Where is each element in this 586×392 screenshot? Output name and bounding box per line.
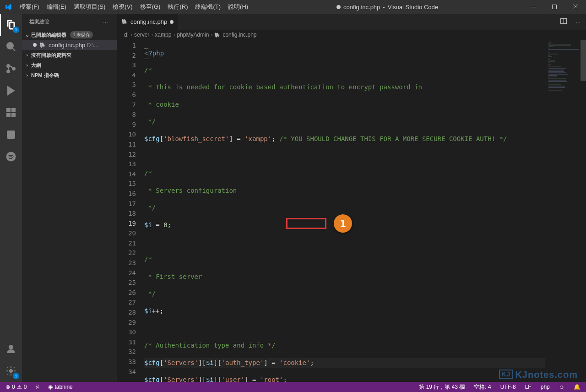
code-editor[interactable]: 1234567891011121314151617181920212223242… (117, 40, 586, 382)
scrollbar[interactable] (581, 40, 586, 382)
editor-area: 🐘 config.inc.php ··· d:› server› xampp› … (117, 14, 586, 382)
split-editor-icon[interactable] (560, 17, 567, 26)
svg-point-13 (10, 370, 12, 372)
open-editor-item[interactable]: 🐘 config.inc.php D:\... (22, 40, 117, 50)
activity-bar: 1 1 (0, 14, 22, 382)
tab-config-inc-php[interactable]: 🐘 config.inc.php (117, 14, 179, 30)
title-app: Visual Studio Code (388, 4, 438, 11)
tab-label: config.inc.php (130, 18, 167, 25)
svg-point-3 (7, 65, 10, 67)
activity-spotify[interactable] (0, 146, 22, 168)
status-tabnine[interactable]: ◉tabnine (46, 382, 74, 392)
tabnine-icon: ◉ (48, 384, 53, 390)
activity-explorer[interactable]: 1 (0, 14, 22, 36)
title-bar: 檔案(F) 編輯(E) 選取項目(S) 檢視(V) 移至(G) 執行(R) 終端… (0, 0, 586, 14)
minimap-content (548, 42, 581, 91)
outline-header[interactable]: › 大綱 (22, 60, 117, 70)
feedback-icon: ☺ (559, 384, 564, 390)
svg-rect-6 (7, 109, 10, 112)
activity-debug[interactable] (0, 80, 22, 102)
sidebar-title: 檔案總管 (29, 18, 49, 25)
sidebar-header: 檔案總管 ··· (22, 14, 117, 30)
vscode-icon (0, 0, 16, 14)
status-ports[interactable]: ⎘ (34, 382, 41, 392)
code-content[interactable]: <<?php?php /* * This is needed for cooki… (144, 40, 545, 382)
warning-icon: ⚠ (17, 384, 22, 390)
line-gutter: 1234567891011121314151617181920212223242… (117, 40, 144, 382)
menu-file[interactable]: 檔案(F) (16, 0, 43, 14)
php-file-icon: 🐘 (39, 42, 46, 48)
chevron-down-icon: ⌄ (24, 32, 30, 38)
window-title: config.inc.php - Visual Studio Code (252, 4, 523, 11)
sidebar-more-icon[interactable]: ··· (103, 19, 109, 25)
svg-rect-9 (12, 114, 15, 117)
svg-rect-0 (531, 7, 536, 7)
close-button[interactable] (565, 0, 586, 14)
menu-help[interactable]: 說明(H) (224, 0, 252, 14)
more-actions-icon[interactable]: ··· (575, 18, 581, 25)
open-editors-header[interactable]: ⌄ 已開啟的編輯器 1 未儲存 (22, 30, 117, 40)
modified-dot-icon (33, 43, 37, 47)
status-encoding[interactable]: UTF-8 (499, 382, 518, 392)
php-file-icon: 🐘 (121, 19, 128, 25)
status-indentation[interactable]: 空格: 4 (472, 382, 493, 392)
settings-badge: 1 (13, 373, 19, 379)
svg-point-12 (9, 345, 13, 349)
minimize-button[interactable] (523, 0, 544, 14)
ports-icon: ⎘ (36, 384, 39, 390)
no-folder-header[interactable]: › 沒有開啟的資料夾 (22, 50, 117, 60)
modified-dot-icon (336, 5, 341, 9)
minimap[interactable] (545, 40, 586, 382)
explorer-sidebar: 檔案總管 ··· ⌄ 已開啟的編輯器 1 未儲存 🐘 config.inc.ph… (22, 14, 117, 382)
status-problems[interactable]: ⊗0 ⚠0 (4, 382, 28, 392)
modified-dot-icon (170, 20, 174, 24)
chevron-right-icon: › (24, 72, 30, 78)
menu-selection[interactable]: 選取項目(S) (70, 0, 109, 14)
svg-point-4 (7, 70, 10, 73)
chevron-right-icon: › (24, 52, 30, 58)
title-filename: config.inc.php (343, 4, 380, 11)
breadcrumb[interactable]: d:› server› xampp› phpMyAdmin› 🐘config.i… (117, 30, 586, 40)
svg-rect-8 (7, 114, 10, 117)
activity-settings[interactable]: 1 (0, 360, 22, 382)
explorer-badge: 1 (13, 27, 19, 33)
svg-rect-10 (7, 131, 15, 138)
activity-extensions[interactable] (0, 102, 22, 124)
unsaved-badge: 1 未儲存 (70, 31, 93, 38)
menu-bar: 檔案(F) 編輯(E) 選取項目(S) 檢視(V) 移至(G) 執行(R) 終端… (16, 0, 252, 14)
scrollbar-thumb[interactable] (581, 40, 586, 81)
bell-icon: 🔔 (574, 384, 581, 390)
svg-point-2 (7, 43, 13, 49)
status-bar: ⊗0 ⚠0 ⎘ ◉tabnine 第 19 行，第 43 欄 空格: 4 UTF… (0, 382, 586, 392)
error-icon: ⊗ (5, 384, 10, 390)
svg-rect-7 (12, 109, 15, 112)
status-notifications[interactable]: 🔔 (572, 382, 582, 392)
activity-account[interactable] (0, 338, 22, 360)
status-feedback[interactable]: ☺ (557, 382, 566, 392)
tab-bar: 🐘 config.inc.php ··· (117, 14, 586, 30)
menu-edit[interactable]: 編輯(E) (43, 0, 70, 14)
menu-view[interactable]: 檢視(V) (109, 0, 136, 14)
editor-actions: ··· (554, 14, 586, 30)
maximize-button[interactable] (544, 0, 565, 14)
menu-terminal[interactable]: 終端機(T) (191, 0, 224, 14)
status-language[interactable]: php (539, 382, 552, 392)
window-controls (523, 0, 586, 14)
status-eol[interactable]: LF (523, 382, 533, 392)
npm-scripts-header[interactable]: › NPM 指令碼 (22, 70, 117, 80)
activity-search[interactable] (0, 36, 22, 58)
file-name: config.inc.php D:\... (49, 42, 117, 49)
chevron-right-icon: › (24, 62, 30, 68)
menu-run[interactable]: 執行(R) (164, 0, 191, 14)
php-file-icon: 🐘 (214, 33, 220, 38)
activity-remote[interactable] (0, 124, 22, 146)
activity-scm[interactable] (0, 58, 22, 80)
status-cursor-position[interactable]: 第 19 行，第 43 欄 (417, 382, 467, 392)
annotation-badge: 1 (334, 214, 352, 233)
menu-go[interactable]: 移至(G) (136, 0, 164, 14)
svg-rect-1 (553, 5, 557, 9)
